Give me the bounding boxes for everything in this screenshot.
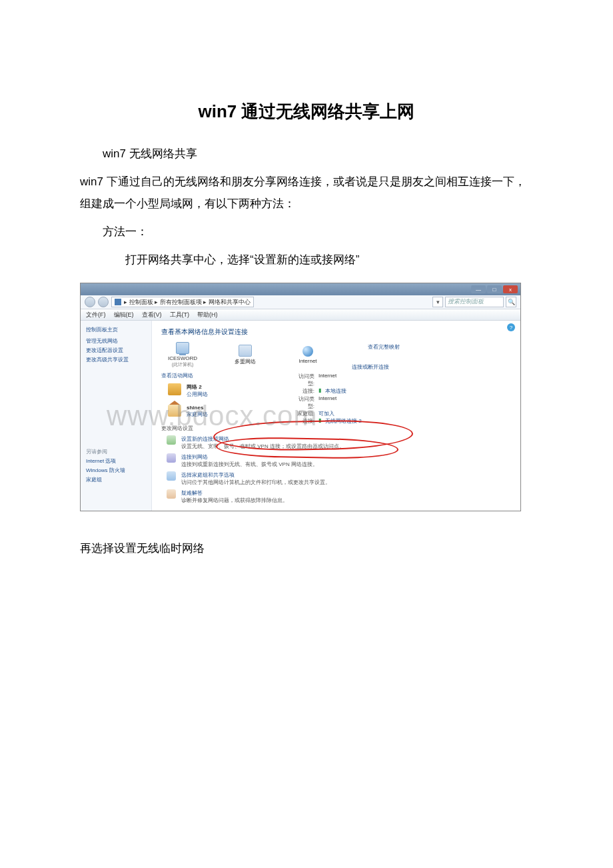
globe-icon — [303, 346, 313, 357]
menu-file[interactable]: 文件(F) — [86, 311, 106, 319]
network-map: ICESWORD(此计算机) 多重网络 Internet 查看完整映射 — [168, 342, 511, 368]
net2-prop0-label: 访问类型: — [292, 395, 314, 410]
action-setup-new-connection[interactable]: 设置新的连接或网络 设置无线、宽带、拨号、临时或 VPN 连接；或设置路由器或访… — [167, 435, 511, 450]
map-pc-name: ICESWORD — [168, 355, 197, 361]
nav-back-button[interactable] — [85, 297, 95, 307]
search-icon[interactable]: 🔍 — [506, 297, 516, 307]
action2-title: 选择家庭组和共享选项 — [181, 471, 330, 479]
map-pc-sub: (此计算机) — [172, 362, 194, 367]
net1-type-link[interactable]: 公用网络 — [187, 391, 208, 398]
breadcrumb-text: ▸ 控制面板 ▸ 所有控制面板项 ▸ 网络和共享中心 — [124, 298, 251, 307]
homegroup-icon — [167, 471, 176, 481]
action3-title: 疑难解答 — [181, 489, 288, 497]
network-icon — [239, 345, 252, 357]
window-close-button[interactable]: x — [503, 285, 518, 293]
net2-prop0-value: Internet — [318, 395, 336, 410]
control-panel-icon — [115, 299, 121, 305]
net2-type-link[interactable]: 家庭网络 — [187, 411, 208, 418]
map-multi-label: 多重网络 — [235, 358, 256, 365]
sidebar-link-advanced[interactable]: 更改高级共享设置 — [86, 356, 146, 363]
sidebar-link-adapter[interactable]: 更改适配器设置 — [86, 347, 146, 354]
connect-disconnect-link[interactable]: 连接或断开连接 — [352, 363, 389, 371]
net1-prop0-value: Internet — [318, 373, 336, 387]
help-icon[interactable]: ? — [507, 323, 515, 331]
public-network-icon — [168, 383, 181, 395]
home-network-icon — [168, 405, 181, 417]
sidebar-link-internet-options[interactable]: Internet 选项 — [86, 457, 146, 465]
signal-icon: ▮ — [318, 417, 321, 425]
action0-title: 设置新的连接或网络 — [181, 435, 344, 443]
action-connect-network[interactable]: 连接到网络 连接到或重新连接到无线、有线、拨号或 VPN 网络连接。 — [167, 453, 511, 468]
main-panel: ? 查看基本网络信息并设置连接 ICESWORD(此计算机) 多重网络 Inte… — [152, 321, 520, 511]
sidebar-link-wireless[interactable]: 管理无线网络 — [86, 337, 146, 345]
net2-name: shines — [187, 405, 208, 411]
signal-icon: ▮ — [318, 387, 321, 395]
screenshot-window: — □ x ▸ 控制面板 ▸ 所有控制面板项 ▸ 网络和共享中心 ▾ 搜索控制面… — [80, 283, 521, 511]
breadcrumb-bar: ▸ 控制面板 ▸ 所有控制面板项 ▸ 网络和共享中心 ▾ 搜索控制面板 🔍 — [81, 295, 520, 309]
breadcrumb-path[interactable]: ▸ 控制面板 ▸ 所有控制面板项 ▸ 网络和共享中心 — [111, 297, 254, 307]
window-maximize-button[interactable]: □ — [487, 285, 502, 293]
map-node-this-pc: ICESWORD(此计算机) — [168, 342, 197, 368]
connect-network-icon — [167, 453, 176, 463]
network-entry-2: shines 家庭网络 访问类型:Internet 家庭组:可加入 连接:▮无线… — [168, 405, 511, 418]
menu-view[interactable]: 查看(V) — [142, 311, 162, 319]
action1-title: 连接到网络 — [181, 453, 318, 461]
sidebar-see-also-title: 另请参阅 — [86, 448, 146, 455]
action1-desc: 连接到或重新连接到无线、有线、拨号或 VPN 网络连接。 — [181, 461, 318, 468]
sidebar-home-link[interactable]: 控制面板主页 — [86, 326, 146, 333]
sidebar: 控制面板主页 管理无线网络 更改适配器设置 更改高级共享设置 另请参阅 Inte… — [81, 321, 152, 511]
paragraph-intro-1: win7 无线网络共享 — [80, 143, 533, 165]
action0-desc: 设置无线、宽带、拨号、临时或 VPN 连接；或设置路由器或访问点。 — [181, 443, 344, 450]
net2-homegroup-link[interactable]: 可加入 — [318, 410, 334, 417]
net1-prop1-label: 连接: — [292, 387, 314, 395]
breadcrumb-dropdown-button[interactable]: ▾ — [432, 297, 443, 307]
action-homegroup[interactable]: 选择家庭组和共享选项 访问位于其他网络计算机上的文件和打印机，或更改共享设置。 — [167, 471, 511, 486]
paragraph-method-1: 方法一： — [80, 221, 533, 243]
net2-connection-link[interactable]: 无线网络连接 2 — [325, 417, 362, 425]
sidebar-link-homegroup[interactable]: 家庭组 — [86, 476, 146, 483]
setup-connection-icon — [167, 435, 176, 445]
search-input[interactable]: 搜索控制面板 — [445, 297, 504, 307]
computer-icon — [176, 342, 189, 354]
net2-prop1-label: 家庭组: — [292, 410, 314, 417]
menu-bar: 文件(F) 编辑(E) 查看(V) 工具(T) 帮助(H) — [81, 309, 520, 321]
sidebar-link-firewall[interactable]: Windows 防火墙 — [86, 467, 146, 474]
net1-name: 网络 2 — [187, 383, 208, 391]
window-minimize-button[interactable]: — — [471, 285, 486, 293]
map-node-multi: 多重网络 — [231, 345, 260, 365]
menu-edit[interactable]: 编辑(E) — [114, 311, 134, 319]
action3-desc: 诊断并修复网络问题，或获得故障排除信息。 — [181, 497, 288, 504]
change-settings-heading: 更改网络设置 — [161, 425, 511, 432]
action-troubleshoot[interactable]: 疑难解答 诊断并修复网络问题，或获得故障排除信息。 — [167, 489, 511, 504]
net1-prop0-label: 访问类型: — [292, 373, 314, 387]
document-title: win7 通过无线网络共享上网 — [80, 100, 533, 123]
net1-connection-link[interactable]: 本地连接 — [325, 387, 346, 395]
menu-tools[interactable]: 工具(T) — [170, 311, 190, 319]
paragraph-intro-2: win7 下通过自己的无线网络和朋友分享网络连接，或者说是只是朋友之间相互连接一… — [80, 171, 533, 215]
paragraph-step-1: 打开网络共享中心，选择“设置新的连或接网络” — [80, 249, 533, 271]
net2-prop2-label: 连接: — [292, 417, 314, 425]
troubleshoot-icon — [167, 489, 176, 499]
action2-desc: 访问位于其他网络计算机上的文件和打印机，或更改共享设置。 — [181, 479, 330, 486]
view-full-map-link[interactable]: 查看完整映射 — [368, 343, 400, 351]
map-internet-label: Internet — [299, 358, 316, 364]
paragraph-step-2: 再选择设置无线临时网络 — [80, 538, 533, 559]
nav-forward-button[interactable] — [98, 297, 109, 307]
main-heading: 查看基本网络信息并设置连接 — [161, 327, 511, 337]
window-titlebar: — □ x — [81, 283, 520, 295]
menu-help[interactable]: 帮助(H) — [197, 311, 218, 319]
map-node-internet: Internet — [293, 346, 322, 364]
